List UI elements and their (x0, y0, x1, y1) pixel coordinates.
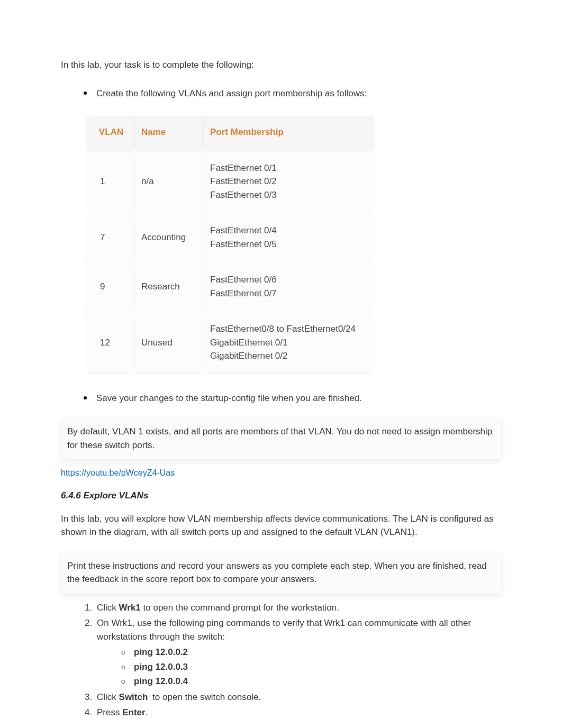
cell-name: Unused (135, 313, 204, 372)
step-text: Click (97, 692, 119, 702)
cell-name: Accounting (135, 214, 204, 260)
step-bold: Enter (122, 707, 145, 717)
cell-ports: FastEthernet 0/6 FastEthernet 0/7 (204, 263, 373, 310)
table-row: 7 Accounting FastEthernet 0/4 FastEthern… (87, 214, 373, 260)
steps-list: Click Wrk1 to open the command prompt fo… (95, 601, 501, 720)
step-text: Click (97, 603, 119, 613)
header-vlan: VLAN (87, 116, 135, 149)
cell-vlan: 7 (87, 214, 135, 260)
youtube-link[interactable]: https://youtu.be/pWceyZ4-Uas (61, 467, 501, 479)
step-text: On Wrk1, use the following ping commands… (97, 618, 471, 642)
port-line: FastEthernet 0/2 (210, 175, 367, 188)
bullet-item-2: Save your changes to the startup-config … (61, 392, 501, 405)
table-row: 9 Research FastEthernet 0/6 FastEthernet… (87, 263, 373, 310)
bullet-text-2: Save your changes to the startup-config … (96, 392, 362, 405)
port-line: GigabitEthernet 0/1 (210, 336, 367, 350)
header-port: Port Membership (204, 116, 373, 149)
port-line: FastEthernet 0/7 (210, 287, 367, 301)
bullet-icon (84, 396, 87, 399)
instructions-block: Print these instructions and record your… (61, 552, 501, 594)
note-block: By default, VLAN 1 exists, and all ports… (61, 417, 501, 459)
bullet-text-1: Create the following VLANs and assign po… (96, 87, 367, 101)
cell-ports: FastEthernet 0/1 FastEthernet 0/2 FastEt… (204, 152, 373, 212)
step-4: Press Enter. (95, 706, 501, 720)
port-line: FastEthernet 0/1 (210, 161, 367, 175)
table-row: 12 Unused FastEthernet0/8 to FastEtherne… (87, 313, 373, 372)
bullet-item-1: Create the following VLANs and assign po… (61, 87, 501, 101)
cell-ports: FastEthernet0/8 to FastEthernet0/24 Giga… (204, 313, 373, 372)
table-header-row: VLAN Name Port Membership (87, 116, 373, 149)
port-line: FastEthernet0/8 to FastEthernet0/24 (210, 322, 367, 336)
table-row: 1 n/a FastEthernet 0/1 FastEthernet 0/2 … (87, 152, 373, 212)
port-line: FastEthernet 0/3 (210, 188, 367, 202)
ping-item: ping 12.0.0.4 (121, 675, 501, 688)
port-line: FastEthernet 0/6 (210, 273, 367, 287)
cell-vlan: 9 (87, 263, 135, 310)
step-3: Click Switch to open the switch console. (95, 690, 501, 704)
port-line: FastEthernet 0/5 (210, 238, 367, 251)
ping-item: ping 12.0.0.2 (121, 645, 501, 659)
paragraph-lab-description: In this lab, you will explore how VLAN m… (61, 512, 501, 539)
port-line: GigabitEthernet 0/2 (210, 349, 367, 363)
step-text: . (146, 707, 148, 717)
step-text: to open the command prompt for the works… (141, 603, 339, 613)
ping-item: ping 12.0.0.3 (121, 660, 501, 674)
bullet-icon (84, 92, 87, 95)
intro-text: In this lab, your task is to complete th… (61, 58, 501, 72)
ping-sublist: ping 12.0.0.2 ping 12.0.0.3 ping 12.0.0.… (121, 645, 501, 688)
step-bold: Switch (119, 692, 148, 702)
step-bold: Wrk1 (119, 603, 141, 613)
step-1: Click Wrk1 to open the command prompt fo… (95, 601, 501, 615)
vlan-table: VLAN Name Port Membership 1 n/a FastEthe… (87, 113, 373, 376)
step-2: On Wrk1, use the following ping commands… (95, 616, 501, 688)
port-line: FastEthernet 0/4 (210, 224, 367, 238)
cell-vlan: 12 (87, 313, 135, 372)
header-name: Name (135, 116, 204, 149)
cell-name: n/a (135, 152, 204, 212)
step-text: to open the switch console. (150, 692, 261, 702)
section-heading: 6.4.6 Explore VLANs (61, 489, 501, 503)
cell-vlan: 1 (87, 152, 135, 212)
cell-ports: FastEthernet 0/4 FastEthernet 0/5 (204, 214, 373, 260)
cell-name: Research (135, 263, 204, 310)
step-text: Press (97, 707, 122, 717)
